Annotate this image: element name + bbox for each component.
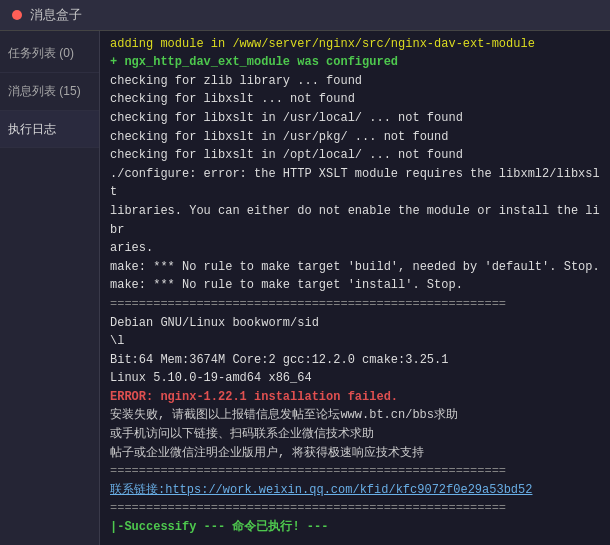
terminal-line: \l	[110, 332, 600, 351]
terminal-line: checking for libxslt in /usr/local/ ... …	[110, 109, 600, 128]
terminal-line: ========================================…	[110, 499, 600, 518]
terminal-line: checking for libxslt in /opt/local/ ... …	[110, 146, 600, 165]
main-layout: 任务列表 (0) 消息列表 (15) 执行日志 + ngx_http_stick…	[0, 31, 610, 545]
content-area: + ngx_http_sticky_module was configureda…	[100, 31, 610, 545]
terminal-line: 或手机访问以下链接、扫码联系企业微信技术求助	[110, 425, 600, 444]
terminal-output[interactable]: + ngx_http_sticky_module was configureda…	[100, 31, 610, 545]
title-bar-label: 消息盒子	[30, 6, 82, 24]
terminal-line: Debian GNU/Linux bookworm/sid	[110, 314, 600, 333]
terminal-line: adding module in /www/server/nginx/src/n…	[110, 35, 600, 54]
sidebar-item-task[interactable]: 任务列表 (0)	[0, 35, 99, 73]
sidebar-item-log[interactable]: 执行日志	[0, 111, 99, 149]
terminal-line: checking for libxslt ... not found	[110, 90, 600, 109]
terminal-line: Linux 5.10.0-19-amd64 x86_64	[110, 369, 600, 388]
terminal-line: 联系链接:https://work.weixin.qq.com/kfid/kfc…	[110, 481, 600, 500]
sidebar-item-messages[interactable]: 消息列表 (15)	[0, 73, 99, 111]
terminal-line: make: *** No rule to make target 'build'…	[110, 258, 600, 277]
terminal-line: + ngx_http_dav_ext_module was configured	[110, 53, 600, 72]
close-icon[interactable]	[12, 10, 22, 20]
terminal-line: ./configure: error: the HTTP XSLT module…	[110, 165, 600, 258]
terminal-line: ERROR: nginx-1.22.1 installation failed.	[110, 388, 600, 407]
terminal-line: checking for libxslt in /usr/pkg/ ... no…	[110, 128, 600, 147]
title-bar: 消息盒子	[0, 0, 610, 31]
terminal-line: ========================================…	[110, 295, 600, 314]
sidebar: 任务列表 (0) 消息列表 (15) 执行日志	[0, 31, 100, 545]
terminal-line: 帖子或企业微信注明企业版用户, 将获得极速响应技术支持	[110, 444, 600, 463]
terminal-line: 安装失败, 请截图以上报错信息发帖至论坛www.bt.cn/bbs求助	[110, 406, 600, 425]
terminal-line: |-Successify --- 命令已执行! ---	[110, 518, 600, 537]
terminal-line: ========================================…	[110, 462, 600, 481]
terminal-line: checking for zlib library ... found	[110, 72, 600, 91]
terminal-line: Bit:64 Mem:3674M Core:2 gcc:12.2.0 cmake…	[110, 351, 600, 370]
terminal-line: make: *** No rule to make target 'instal…	[110, 276, 600, 295]
